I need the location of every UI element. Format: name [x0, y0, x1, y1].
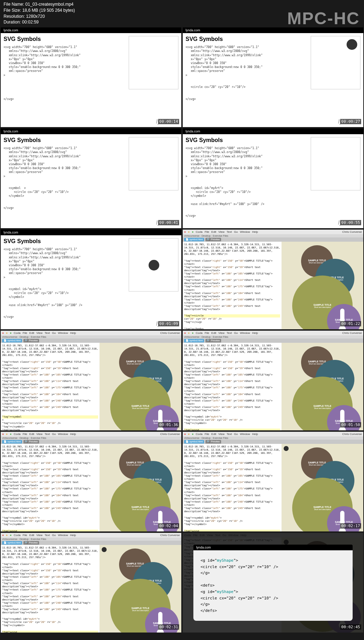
- menu-item[interactable]: Edit: [212, 432, 216, 436]
- preview-tab[interactable]: 🔍 Preview: [205, 440, 221, 444]
- menu-bar[interactable]: ●●● CodaFileEditViewTextGoWindowHelp Chr…: [1, 533, 181, 537]
- timestamp: 00:00:41: [158, 220, 179, 225]
- code-editor[interactable]: 11.612-16.703, 11.612-37.662 c-0.304, 3.…: [183, 444, 282, 531]
- thumbnail[interactable]: lynda.com SVG Symbols <svg width="700" h…: [1, 27, 181, 127]
- menu-bar[interactable]: ●●● CodaFileEditViewTextGoWindowHelp Chr…: [1, 432, 181, 436]
- menu-item[interactable]: View: [218, 432, 224, 436]
- menu-bar[interactable]: ●●● CodaFileEditViewTextGoWindowHelp Chr…: [183, 230, 363, 234]
- brand-bar: lynda.com: [193, 545, 353, 550]
- user-label: Chris Converse: [160, 534, 180, 537]
- editor-tab[interactable]: 📄 symbol.html: [184, 440, 204, 444]
- menu-item[interactable]: Help: [252, 331, 258, 335]
- code-editor[interactable]: 11.612-16.703, 11.612-37.662 c-0.304, 3.…: [1, 545, 100, 633]
- menu-item[interactable]: Coda: [14, 432, 21, 436]
- menu-item[interactable]: Coda: [196, 432, 203, 436]
- code-block: <svg width="700" height="600" version="1…: [4, 146, 126, 210]
- menu-item[interactable]: Coda: [14, 331, 21, 335]
- menu-item[interactable]: File: [23, 432, 27, 436]
- preview-tab[interactable]: 🔍 Preview: [23, 440, 39, 444]
- menu-item[interactable]: Coda: [196, 230, 203, 234]
- editor-tab[interactable]: 📄 symbol.html: [184, 339, 204, 342]
- menu-item[interactable]: View: [218, 230, 224, 234]
- menu-bar[interactable]: ●●● CodaFileEditViewTextGoWindowHelp Chr…: [1, 331, 181, 335]
- menu-item[interactable]: Coda: [196, 331, 203, 335]
- tab-bar[interactable]: chrisconverse : Desktop : Exercise Files: [183, 436, 363, 440]
- menu-item[interactable]: Help: [252, 230, 258, 234]
- code-editor[interactable]: 11.612-16.703, 11.612-37.662 c-0.304, 3.…: [183, 242, 282, 329]
- menu-item[interactable]: Window: [240, 432, 250, 436]
- slide-title: SVG Symbols: [186, 137, 308, 143]
- menu-item[interactable]: Go: [52, 534, 56, 537]
- menu-item[interactable]: Window: [58, 534, 68, 537]
- thumbnail[interactable]: lynda.com SVG Symbols <svg width="700" h…: [1, 128, 181, 228]
- menu-item[interactable]: File: [205, 331, 209, 335]
- menu-item[interactable]: Text: [227, 230, 232, 234]
- menu-item[interactable]: Help: [70, 432, 76, 436]
- code-editor[interactable]: 11.612-16.703, 11.612-37.662 c-0.304, 3.…: [1, 343, 100, 430]
- preview-tab[interactable]: 🔍 Preview: [205, 238, 221, 241]
- menu-item[interactable]: Text: [45, 432, 50, 436]
- thumbnail[interactable]: ●●● CodaFileEditViewTextGoWindowHelp Chr…: [1, 331, 181, 430]
- tab-bar[interactable]: chrisconverse : Desktop : Exercise Files: [1, 537, 181, 541]
- editor-tab[interactable]: 📄 symbol.html: [2, 339, 22, 342]
- code-block: <svg width="700" height="600" version="1…: [186, 45, 308, 101]
- browser-preview: SAMPLE TITLEShort text description SAMPL…: [282, 343, 363, 430]
- menu-item[interactable]: Text: [45, 331, 50, 335]
- menu-item[interactable]: Edit: [30, 432, 34, 436]
- tab-bar[interactable]: chrisconverse : Desktop : Exercise Files: [183, 234, 363, 237]
- menu-item[interactable]: Window: [58, 331, 68, 335]
- timestamp: 00:02:04: [158, 523, 179, 529]
- menu-item[interactable]: Coda: [14, 534, 21, 537]
- menu-item[interactable]: Help: [70, 331, 76, 335]
- code-editor[interactable]: 11.612-16.703, 11.612-37.662 c-0.304, 3.…: [1, 444, 100, 531]
- menu-item[interactable]: Edit: [30, 534, 34, 537]
- menu-item[interactable]: View: [218, 331, 224, 335]
- tab-bar[interactable]: chrisconverse : Desktop : Exercise Files: [1, 436, 181, 440]
- thumbnail[interactable]: ●●● CodaFileEditViewTextGoWindowHelp Chr…: [1, 533, 181, 633]
- menu-item[interactable]: File: [23, 534, 27, 537]
- menu-item[interactable]: Help: [252, 432, 258, 436]
- menu-item[interactable]: Text: [45, 534, 50, 537]
- menu-item[interactable]: Text: [227, 432, 232, 436]
- preview-tab[interactable]: 🔍 Preview: [23, 541, 39, 545]
- menu-item[interactable]: Text: [227, 331, 232, 335]
- editor-tab[interactable]: 📄 symbol.html: [2, 440, 22, 444]
- timestamp: 00:01:22: [340, 321, 361, 326]
- preview-tab[interactable]: 🔍 Preview: [23, 339, 39, 342]
- menu-item[interactable]: Window: [240, 331, 250, 335]
- thumbnail[interactable]: ●●● CodaFileEditViewTextGoWindowHelp Chr…: [1, 432, 181, 531]
- thumbnail[interactable]: lynda.com SVG Symbols <svg width="700" h…: [1, 230, 181, 329]
- menu-item[interactable]: Window: [240, 230, 250, 234]
- menu-item[interactable]: File: [205, 432, 209, 436]
- menu-item[interactable]: View: [36, 432, 42, 436]
- thumbnail[interactable]: lynda.com SVG Symbols <svg width="700" h…: [183, 128, 363, 228]
- menu-item[interactable]: Edit: [212, 331, 216, 335]
- menu-item[interactable]: Help: [70, 534, 76, 537]
- menu-item[interactable]: File: [23, 331, 27, 335]
- menu-item[interactable]: Edit: [30, 331, 34, 335]
- thumbnail[interactable]: ●●● CodaFileEditViewTextGoWindowHelp Chr…: [183, 331, 363, 430]
- menu-item[interactable]: View: [36, 331, 42, 335]
- menu-item[interactable]: Window: [58, 432, 68, 436]
- menu-item[interactable]: Edit: [212, 230, 216, 234]
- menu-item[interactable]: Go: [234, 432, 238, 436]
- menu-item[interactable]: View: [36, 534, 42, 537]
- code-block: <svg width="700" height="600" version="1…: [186, 146, 308, 218]
- tab-bar[interactable]: chrisconverse : Desktop : Exercise Files: [183, 335, 363, 339]
- tab-bar[interactable]: chrisconverse : Desktop : Exercise Files: [1, 335, 181, 339]
- thumbnail[interactable]: Coda File Edit View Text Go Window Help …: [183, 533, 363, 633]
- menu-item[interactable]: Go: [234, 230, 238, 234]
- menu-bar[interactable]: ●●● CodaFileEditViewTextGoWindowHelp Chr…: [183, 331, 363, 335]
- menu-item[interactable]: Go: [52, 432, 56, 436]
- thumbnail[interactable]: ●●● CodaFileEditViewTextGoWindowHelp Chr…: [183, 432, 363, 531]
- code-editor[interactable]: 11.612-16.703, 11.612-37.662 c-0.304, 3.…: [183, 343, 282, 430]
- editor-tab[interactable]: 📄 symbol.html: [184, 238, 204, 241]
- menu-item[interactable]: File: [205, 230, 209, 234]
- thumbnail[interactable]: lynda.com SVG Symbols <svg width="700" h…: [183, 27, 363, 127]
- menu-bar[interactable]: ●●● CodaFileEditViewTextGoWindowHelp Chr…: [183, 432, 363, 436]
- preview-tab[interactable]: 🔍 Preview: [205, 339, 221, 342]
- editor-tab[interactable]: 📄 symbol.html: [2, 541, 22, 545]
- menu-item[interactable]: Go: [234, 331, 238, 335]
- thumbnail[interactable]: ●●● CodaFileEditViewTextGoWindowHelp Chr…: [183, 230, 363, 329]
- menu-item[interactable]: Go: [52, 331, 56, 335]
